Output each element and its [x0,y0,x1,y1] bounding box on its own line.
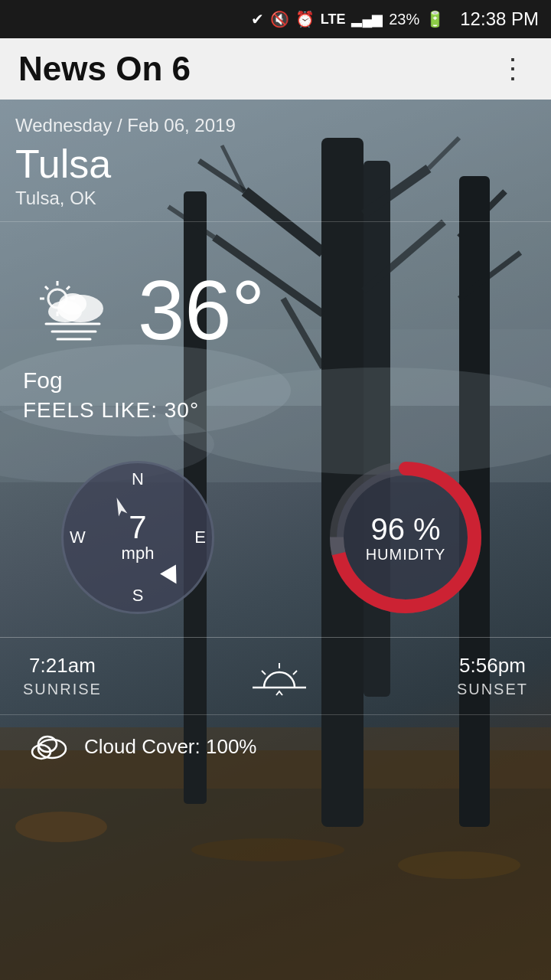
metrics-section: N S E W 7 mph [0,438,551,637]
cloud-cover-text: Cloud Cover: 100% [84,735,256,759]
sunset-label: SUNSET [457,681,528,698]
wind-direction-icon [106,494,136,524]
sunrise-icon [249,653,310,699]
condition-section: Fog FEELS LIKE: 30° [0,368,551,438]
sunrise-label: SUNRISE [23,681,102,698]
humidity-percent: 96 % [366,512,446,546]
lte-icon: LTE [321,11,346,28]
wind-unit: mph [122,544,155,564]
status-bar: ✔ 🔇 ⏰ LTE ▂▄▆ 23% 🔋 12:38 PM [0,0,551,38]
app-bar: News On 6 ⋮ [0,38,551,100]
status-icons: ✔ 🔇 ⏰ LTE ▂▄▆ 23% 🔋 12:38 PM [251,8,539,30]
svg-point-23 [191,838,344,861]
svg-line-30 [45,286,48,289]
svg-point-49 [38,740,66,758]
svg-point-22 [15,812,107,842]
sunrise-item: 7:21am SUNRISE [23,654,102,698]
svg-marker-38 [112,496,127,517]
humidity-label: HUMIDITY [366,546,446,564]
compass-east: E [194,528,206,547]
svg-line-46 [262,671,266,675]
battery-icon: 🔋 [425,10,445,28]
wind-compass: N S E W 7 mph [61,461,214,614]
humidity-container: 96 % HUMIDITY [321,453,490,622]
city-name: Tulsa [15,142,536,186]
weather-condition-icon [23,272,122,348]
feels-like-label: FEELS LIKE: 30° [23,398,528,423]
status-time: 12:38 PM [460,8,539,30]
signal-icon: ▂▄▆ [351,11,383,28]
compass-south: S [132,586,144,606]
compass-pointer [160,565,184,589]
weather-main: Wednesday / Feb 06, 2019 Tulsa Tulsa, OK [0,100,551,980]
sunset-time: 5:56pm [457,654,528,678]
battery-percentage: 23% [389,11,419,28]
temperature-section: 36° [0,222,551,368]
temperature-value: 36° [138,268,265,352]
compass-circle: N S E W 7 mph [61,461,214,614]
compass-north: N [132,469,144,489]
humidity-display: 96 % HUMIDITY [366,512,446,564]
compass-west: W [70,528,86,547]
cloud-cover-section: Cloud Cover: 100% [0,714,551,778]
sunrise-time: 7:21am [23,654,102,678]
sunset-item: 5:56pm SUNSET [457,654,528,698]
svg-line-45 [293,671,297,675]
location-section: Wednesday / Feb 06, 2019 Tulsa Tulsa, OK [0,100,551,222]
sun-section: 7:21am SUNRISE 5:56pm SUNSET [0,637,551,714]
menu-button[interactable]: ⋮ [493,47,533,91]
city-state: Tulsa, OK [15,188,536,209]
alarm-icon: ⏰ [295,10,315,28]
mute-icon: 🔇 [270,10,289,28]
weather-content: Wednesday / Feb 06, 2019 Tulsa Tulsa, OK [0,100,551,778]
svg-point-34 [59,293,86,315]
cloud-cover-icon [23,727,69,766]
date-display: Wednesday / Feb 06, 2019 [15,115,536,136]
condition-label: Fog [23,368,528,394]
svg-point-24 [398,851,520,879]
bluetooth-icon: ✔ [251,10,264,28]
svg-line-31 [67,286,70,289]
app-title: News On 6 [18,50,191,88]
